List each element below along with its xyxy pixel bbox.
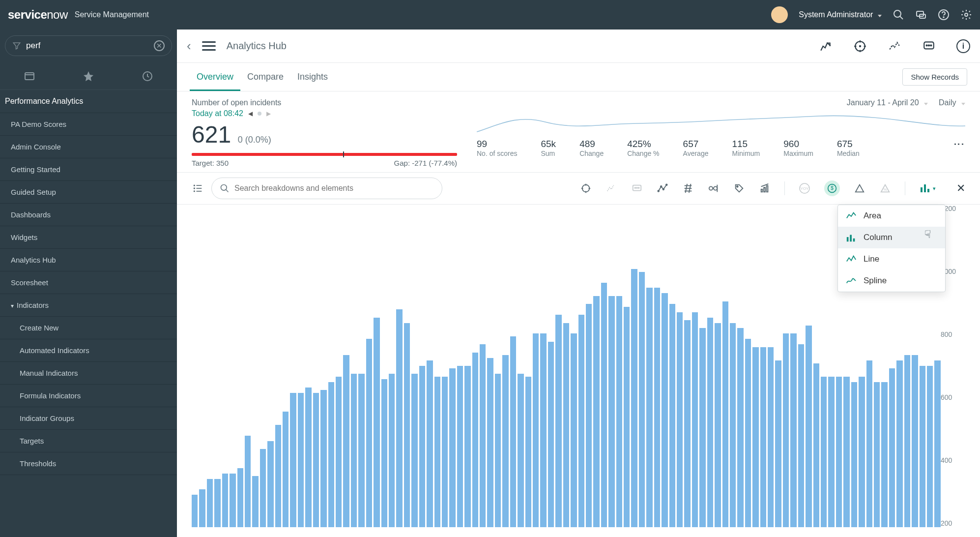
chart-bar[interactable] [472, 353, 478, 527]
chart-bar[interactable] [843, 377, 849, 527]
chart-type-option-spline[interactable]: Spline [838, 270, 945, 292]
chart-bar[interactable] [904, 355, 910, 527]
chart-bar[interactable] [662, 293, 667, 527]
chart-bar[interactable] [775, 360, 781, 527]
breakdown-list-icon[interactable] [192, 183, 204, 193]
chart-bar[interactable] [290, 393, 296, 527]
nav-applications-icon[interactable] [23, 70, 36, 83]
chart-bar[interactable] [578, 315, 584, 527]
nav-item[interactable]: PA Demo Scores [0, 113, 177, 136]
chart-bar[interactable] [699, 328, 705, 527]
chart-bar[interactable] [616, 296, 622, 527]
chart-bar[interactable] [245, 436, 251, 527]
chart-bar[interactable] [745, 339, 751, 527]
yoy-icon[interactable]: YOY [799, 182, 810, 194]
chart-bar[interactable] [464, 366, 470, 527]
chat-icon[interactable] [915, 9, 927, 21]
stats-more-icon[interactable]: ⋮ [952, 139, 965, 150]
nav-item[interactable]: Dashboards [0, 204, 177, 226]
nav-item[interactable]: Targets [0, 430, 177, 452]
chart-bar[interactable] [495, 374, 501, 527]
chart-bar[interactable] [510, 336, 516, 527]
chart-bar[interactable] [207, 479, 213, 527]
chart-bar[interactable] [836, 377, 842, 527]
chart-bar[interactable] [821, 377, 827, 527]
nav-item[interactable]: Widgets [0, 226, 177, 249]
chart-type-option-column[interactable]: Column [838, 227, 945, 248]
nav-item[interactable]: Getting Started [0, 158, 177, 181]
play-icon[interactable] [258, 112, 261, 116]
target-toggle-icon[interactable] [580, 182, 592, 194]
chart-bar[interactable] [328, 382, 334, 527]
nav-item-indicators[interactable]: Indicators [0, 294, 177, 317]
comment-icon[interactable] [922, 39, 936, 53]
granularity-picker[interactable]: Daily [939, 98, 965, 107]
chart-bar[interactable] [260, 449, 266, 527]
chart-bar[interactable] [343, 355, 349, 527]
chart-bar[interactable] [374, 318, 379, 527]
chart-bar[interactable] [351, 374, 357, 527]
chart-bar[interactable] [192, 495, 198, 527]
forecast-toggle-icon[interactable] [605, 182, 617, 194]
chart-bar[interactable] [677, 312, 683, 527]
column-chart[interactable] [192, 205, 941, 527]
chart-bar[interactable] [798, 344, 804, 527]
nav-item[interactable]: Manual Indicators [0, 362, 177, 385]
chart-bar[interactable] [608, 296, 614, 527]
chart-bar[interactable] [654, 288, 660, 527]
chart-bar[interactable] [669, 304, 675, 527]
chart-bar[interactable] [866, 360, 872, 527]
chart-bar[interactable] [722, 301, 728, 527]
chart-bar[interactable] [684, 320, 690, 527]
chart-bar[interactable] [760, 347, 766, 527]
chart-bar[interactable] [275, 425, 281, 527]
chart-bar[interactable] [889, 368, 895, 527]
chart-bar[interactable] [593, 296, 599, 527]
chart-bar[interactable] [199, 489, 205, 527]
chart-bar[interactable] [366, 339, 372, 527]
chart-bar[interactable] [707, 318, 713, 527]
chart-bar[interactable] [518, 374, 523, 527]
clear-filter-icon[interactable]: ✕ [154, 40, 165, 51]
nav-history-icon[interactable] [141, 70, 154, 83]
chart-bar[interactable] [525, 377, 531, 527]
tag-icon[interactable] [733, 182, 745, 194]
chart-bar[interactable] [305, 388, 311, 527]
bar-trend-icon[interactable] [759, 182, 771, 194]
next-score-icon[interactable]: ▶ [266, 110, 271, 117]
chart-bar[interactable] [434, 377, 440, 527]
dollar-icon[interactable]: $ [824, 180, 840, 196]
compare-toggle-icon[interactable] [682, 182, 694, 194]
gear-icon[interactable] [960, 9, 972, 21]
chart-bar[interactable] [358, 374, 364, 527]
nav-item[interactable]: Guided Setup [0, 181, 177, 204]
chart-bar[interactable] [692, 312, 698, 527]
chart-bar[interactable] [715, 323, 721, 527]
chart-bar[interactable] [442, 377, 448, 527]
chart-bar[interactable] [411, 374, 417, 527]
chart-bar[interactable] [555, 315, 561, 527]
chart-bar[interactable] [480, 344, 486, 527]
show-records-button[interactable]: Show Records [902, 68, 967, 86]
nav-item[interactable]: Analytics Hub [0, 249, 177, 271]
tab-overview[interactable]: Overview [190, 63, 240, 91]
chart-bar[interactable] [730, 323, 736, 527]
nav-item[interactable]: Scoresheet [0, 271, 177, 294]
chart-bar[interactable] [214, 479, 220, 527]
chart-bar[interactable] [851, 382, 857, 527]
chart-bar[interactable] [806, 326, 811, 527]
chart-bar[interactable] [457, 366, 463, 527]
chart-bar[interactable] [313, 393, 319, 527]
nav-item[interactable]: Create New [0, 317, 177, 339]
chart-bar[interactable] [571, 333, 576, 527]
chart-bar[interactable] [752, 347, 758, 527]
chart-bar[interactable] [283, 412, 288, 527]
chart-bar[interactable] [336, 377, 342, 527]
breakdown-search-input[interactable] [234, 184, 434, 193]
target-icon[interactable] [853, 39, 867, 53]
forecast-icon[interactable] [888, 39, 901, 53]
chart-bar[interactable] [540, 333, 546, 527]
chart-bar[interactable] [396, 309, 402, 527]
chart-bar[interactable] [487, 358, 493, 527]
chart-type-option-line[interactable]: Line [838, 248, 945, 270]
